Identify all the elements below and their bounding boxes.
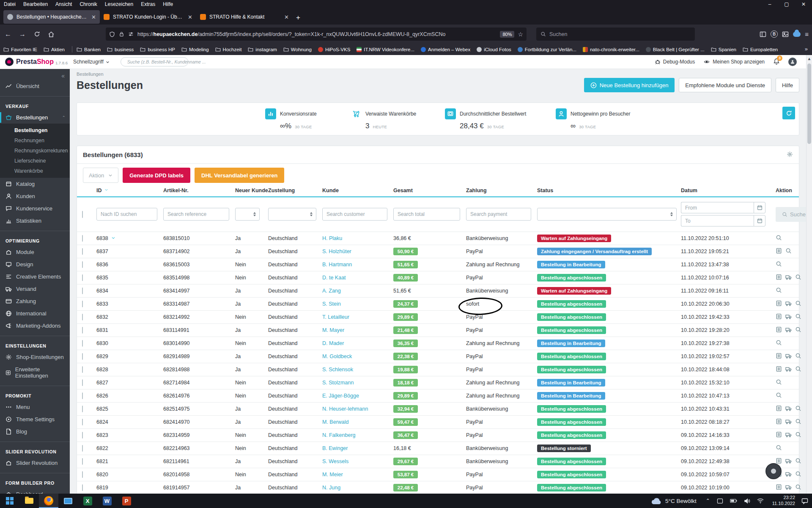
- row-checkbox[interactable]: [82, 287, 83, 294]
- sidebar-item-slider-revolution[interactable]: Slider Revolution: [0, 457, 70, 469]
- customer-link[interactable]: D. te Kaat: [322, 275, 346, 281]
- select-all-checkbox[interactable]: [82, 211, 83, 218]
- search-bar[interactable]: Suchen: [536, 28, 695, 41]
- row-checkbox[interactable]: [82, 445, 83, 452]
- row-checkbox[interactable]: [82, 392, 83, 399]
- details-magnifier-icon[interactable]: [776, 235, 782, 242]
- row-checkbox[interactable]: [82, 261, 83, 268]
- customer-link[interactable]: H. Plaku: [322, 235, 342, 241]
- row-checkbox[interactable]: [82, 406, 83, 412]
- details-magnifier-icon[interactable]: [776, 379, 782, 387]
- bookmark-14[interactable]: nato-chronik-erweiter...: [583, 47, 639, 52]
- photos-extension-icon[interactable]: [782, 31, 789, 38]
- sidebar-item-statistiken[interactable]: Statistiken: [0, 215, 70, 227]
- details-magnifier-icon[interactable]: [795, 418, 801, 426]
- bookmark-star-icon[interactable]: ☆: [518, 31, 523, 38]
- debug-mode-indicator[interactable]: Debug-Modus: [655, 59, 695, 65]
- menu-extras[interactable]: Extras: [137, 0, 159, 8]
- customer-link[interactable]: B. Hartmann: [322, 262, 352, 268]
- tracking-shield-icon[interactable]: [109, 31, 115, 37]
- action-center-icon[interactable]: [799, 494, 810, 508]
- filter-delivery-select[interactable]: [268, 208, 316, 221]
- customer-link[interactable]: N. Falkenberg: [322, 432, 356, 438]
- row-checkbox[interactable]: [82, 379, 83, 386]
- delivery-truck-icon[interactable]: [785, 274, 792, 282]
- row-checkbox[interactable]: [82, 366, 83, 373]
- volume-icon[interactable]: [744, 498, 750, 504]
- taskbar-excel-button[interactable]: X: [78, 494, 97, 508]
- filter-customer-input[interactable]: [322, 208, 387, 221]
- sidebar-subitem-bestellungen[interactable]: Bestellungen: [0, 125, 70, 135]
- sidebar-subitem-rechnungen[interactable]: Rechnungen: [0, 135, 70, 146]
- avatar[interactable]: [788, 58, 797, 66]
- sidebar-item-module[interactable]: Module: [0, 246, 70, 258]
- details-magnifier-icon[interactable]: [776, 392, 782, 400]
- invoice-document-icon[interactable]: [776, 484, 782, 491]
- delivery-truck-icon[interactable]: [785, 405, 792, 413]
- bookmark-5[interactable]: Modeling: [181, 47, 209, 52]
- customer-link[interactable]: N. Heuser-lehmann: [322, 406, 368, 412]
- row-checkbox[interactable]: [82, 484, 83, 491]
- browser-tab-1[interactable]: STRATO Kunden-Login - Übersi✕: [100, 10, 196, 24]
- filter-payment-input[interactable]: [466, 208, 531, 221]
- filter-new-customer-select[interactable]: [235, 208, 260, 221]
- bitwarden-icon[interactable]: B: [771, 30, 778, 38]
- customer-link[interactable]: S. Wessels: [322, 458, 348, 464]
- sidebar-subitem-lieferscheine[interactable]: Lieferscheine: [0, 156, 70, 166]
- bookmark-6[interactable]: Hochzeit: [215, 47, 242, 52]
- bookmark-3[interactable]: business: [107, 47, 134, 52]
- customer-link[interactable]: B. Ewinger: [322, 445, 348, 451]
- bookmark-15[interactable]: Black Belt | Geprüfter ...: [646, 47, 705, 52]
- tab-close-icon[interactable]: ✕: [188, 14, 192, 20]
- bookmark-8[interactable]: Wohnung: [283, 47, 312, 52]
- sidebar-item-dashboard[interactable]: Dashboard: [0, 488, 70, 494]
- sidebar-item-theme-settings[interactable]: Theme Settings: [0, 413, 70, 425]
- invoice-document-icon[interactable]: [776, 418, 782, 426]
- permissions-icon[interactable]: [128, 31, 134, 37]
- tab-close-icon[interactable]: ✕: [284, 14, 289, 20]
- row-checkbox[interactable]: [82, 340, 83, 347]
- help-button[interactable]: Hilfe: [776, 78, 799, 92]
- panel-settings-gear-icon[interactable]: [787, 151, 793, 159]
- delivery-truck-icon[interactable]: [785, 431, 792, 439]
- taskbar-word-button[interactable]: W: [97, 494, 117, 508]
- refresh-kpi-button[interactable]: [782, 107, 795, 119]
- invoice-document-icon[interactable]: [776, 300, 782, 308]
- tab-close-icon[interactable]: ✕: [91, 14, 96, 20]
- tray-expand-chevron[interactable]: ⌃: [706, 498, 710, 504]
- sidebar-item-erweiterte-einstellungen[interactable]: Erweiterte Einstellungen: [0, 363, 70, 382]
- customer-link[interactable]: S. Stein: [322, 301, 341, 307]
- customer-link[interactable]: M. Meier: [322, 472, 343, 478]
- sidebar-item-international[interactable]: International: [0, 307, 70, 320]
- quick-access-dropdown[interactable]: Schnellzugriff: [73, 59, 110, 65]
- url-bar[interactable]: https://heupaeckchen.de/admin755dfjrm5/i…: [106, 28, 527, 41]
- prestashop-logo[interactable]: PrestaShop 1.7.8.6: [0, 58, 70, 66]
- bookmark-0[interactable]: Favoriten IE: [3, 47, 37, 52]
- delivery-truck-icon[interactable]: [785, 366, 792, 373]
- sidebar-item-shop-einstellungen[interactable]: Shop-Einstellungen: [0, 351, 70, 363]
- customer-link[interactable]: S. Holzhüter: [322, 248, 351, 254]
- sidebar-item-kundenservice[interactable]: Kundenservice: [0, 202, 70, 215]
- taskbar-weather-widget[interactable]: 5°C Bewölkt: [651, 497, 697, 505]
- sort-chevron-icon[interactable]: [104, 188, 109, 193]
- row-checkbox[interactable]: [82, 314, 83, 320]
- scrollbar-thumb[interactable]: [807, 64, 811, 144]
- calendar-icon[interactable]: [754, 215, 765, 226]
- row-checkbox[interactable]: [82, 327, 83, 334]
- delivery-truck-icon[interactable]: [785, 353, 792, 360]
- bookmark-4[interactable]: business HP: [140, 47, 175, 52]
- customer-link[interactable]: N. Jung: [322, 485, 340, 491]
- tablet-mode-icon[interactable]: [717, 498, 723, 504]
- sidebar-subitem-rechnungskorrekturen[interactable]: Rechnungskorrekturen: [0, 146, 70, 156]
- row-checkbox[interactable]: [82, 235, 83, 242]
- details-magnifier-icon[interactable]: [785, 248, 792, 255]
- browser-tab-0[interactable]: Bestellungen • Heupaeckchen.de✕: [3, 10, 100, 24]
- admin-search-input[interactable]: Suche (z.B. Bestell-Nr., Kundenname ...: [121, 57, 188, 66]
- menu-hamburger-icon[interactable]: ≡: [805, 30, 809, 38]
- invoice-document-icon[interactable]: [776, 405, 782, 413]
- customer-link[interactable]: S. Schlensok: [322, 367, 353, 373]
- delivery-truck-icon[interactable]: [785, 484, 792, 491]
- details-magnifier-icon[interactable]: [776, 261, 782, 268]
- bulk-action-dropdown[interactable]: Aktion: [83, 168, 118, 183]
- generate-dhl-labels-button[interactable]: DHL Versandlabel generieren: [195, 168, 284, 183]
